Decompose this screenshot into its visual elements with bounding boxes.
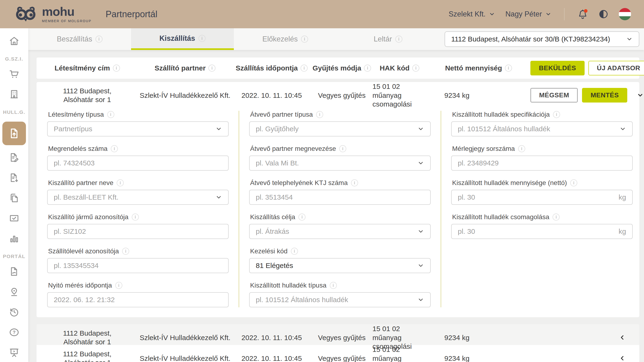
expand-chevron-icon[interactable] [619, 355, 626, 362]
expanded-row-card: 1112 Budapest,Alsóhatár sor 1 Szlekt-ÍV … [36, 82, 639, 317]
info-icon[interactable]: i [117, 179, 124, 186]
sidebar-item-tutorial[interactable] [9, 347, 20, 358]
sidebar-item-help[interactable]: ? [8, 327, 20, 338]
info-icon[interactable]: i [316, 111, 323, 118]
kiszallitott-hulladek-csomagolasa-input[interactable] [458, 228, 618, 236]
home-icon [9, 36, 20, 46]
field-label: Kiszállított hulladék specifikációjai [452, 111, 633, 118]
kezelesi-kod-select[interactable]: 81 Elégetés [249, 258, 431, 273]
contrast-icon [598, 9, 608, 19]
unit-suffix: kg [618, 193, 626, 201]
info-icon[interactable]: i [518, 145, 525, 152]
info-icon[interactable]: i [298, 214, 306, 220]
info-icon[interactable]: i [330, 282, 337, 289]
info-icon[interactable]: i [208, 64, 216, 72]
main-content: Beszállítás i Kiszállítás i Előkezelés i… [28, 28, 644, 362]
submit-button[interactable]: BEKÜLDÉS [530, 61, 584, 76]
tab-kiszallitas[interactable]: Kiszállítás i [131, 28, 234, 50]
info-icon[interactable]: i [553, 111, 560, 118]
info-icon[interactable]: i [198, 35, 206, 42]
info-icon[interactable]: i [122, 248, 129, 255]
building-icon [9, 89, 20, 100]
sidebar-item-sites[interactable] [9, 286, 20, 298]
save-button[interactable]: MENTÉS [582, 88, 627, 102]
notifications-button[interactable] [577, 9, 588, 20]
form-column-divider [238, 111, 239, 307]
tab-beszallitas[interactable]: Beszállítás i [28, 28, 131, 50]
sidebar-item-history[interactable] [9, 306, 20, 318]
info-icon[interactable]: i [351, 179, 358, 186]
tab-leltar[interactable]: Leltár i [336, 28, 440, 50]
mohu-logo[interactable]: mohu MEMBER OF MOLGROUP [14, 6, 92, 23]
company-picker[interactable]: Szelekt Kft. [448, 10, 495, 18]
atvevo-partner-megnevezese-select[interactable]: pl. Vala Mi Bt. [249, 156, 431, 171]
sidebar-item-home[interactable] [9, 35, 20, 47]
atvevo-partner-tipusa-select[interactable]: pl. Gyűjtőhely [249, 121, 431, 136]
sidebar-item-facilities[interactable] [9, 88, 20, 100]
cell-hak-code: 15 01 02 műanyagcsomagolási [372, 82, 427, 109]
kiszallito-jarmu-azonositoja-input[interactable] [54, 228, 222, 236]
site-selector-dropdown[interactable]: 1112 Budapest, Alsóhatár sor 30/B (KTJ98… [444, 31, 639, 47]
field-label: Kiszállított hulladék típusai [250, 282, 431, 289]
nyito-meres-idopontja-input[interactable] [54, 296, 222, 304]
info-icon[interactable]: i [107, 111, 114, 118]
info-icon[interactable]: i [301, 36, 308, 43]
field-label: Létesítmény típusai [48, 111, 229, 118]
chevron-down-icon [418, 228, 424, 235]
info-icon[interactable]: i [300, 64, 308, 72]
column-header-gyujtes-modja: Gyűjtés módjai [311, 64, 372, 72]
kiszallito-partner-neve-select[interactable]: pl. Beszáll-LEET Kft. [47, 190, 229, 205]
info-icon[interactable]: i [339, 145, 346, 152]
sidebar-item-copies[interactable] [9, 192, 20, 204]
info-icon[interactable]: i [113, 64, 120, 72]
collapse-chevron-icon[interactable] [636, 91, 644, 99]
chevron-down-icon [620, 126, 626, 132]
info-icon[interactable]: i [505, 64, 512, 72]
table-row[interactable]: 1112 Budapest,Alsóhatár sor 1 Szlekt-ÍV … [36, 324, 639, 345]
info-icon[interactable]: i [111, 145, 118, 152]
cell-hak-code: 15 01 02 műanyagcsomagolási [372, 345, 427, 362]
info-icon[interactable]: i [412, 64, 419, 72]
chevron-down-icon [216, 194, 222, 200]
tab-elokezeles[interactable]: Előkezelés i [234, 28, 336, 50]
unit-suffix: kg [618, 228, 626, 236]
megrendeles-szama-input[interactable] [54, 159, 222, 167]
info-icon[interactable]: i [115, 282, 122, 289]
info-icon[interactable]: i [364, 64, 371, 72]
info-icon[interactable]: i [132, 214, 139, 220]
user-menu[interactable]: Nagy Péter [506, 10, 551, 18]
site-selector-value: 1112 Budapest, Alsóhatár sor 30/B (KTJ98… [451, 35, 610, 43]
expand-chevron-icon[interactable] [619, 334, 626, 341]
info-icon[interactable]: i [570, 179, 577, 186]
letesitmeny-tipusa-select[interactable]: Partnertípus [47, 121, 229, 136]
new-row-button[interactable]: ÚJ ADATSOR [588, 61, 644, 76]
language-flag-hungary[interactable] [619, 8, 631, 20]
info-icon[interactable]: i [291, 248, 298, 255]
page-title: Partnerportál [106, 9, 158, 19]
table-row-expanded[interactable]: 1112 Budapest,Alsóhatár sor 1 Szlekt-ÍV … [36, 82, 639, 108]
kiszallitas-celja-select[interactable]: pl. Átrakás [249, 224, 431, 239]
sidebar-item-waste-edit[interactable] [9, 152, 20, 163]
form-column-divider [440, 111, 441, 307]
sidebar-item-documents[interactable] [9, 266, 20, 277]
merlegjegy-sorszama-input[interactable] [458, 159, 626, 167]
cell-net-quantity: 9234 kg [427, 333, 530, 342]
kiszallitott-hulladek-tipusa-select[interactable]: pl. 101512 Általános hulladék [249, 292, 431, 307]
kiszallitott-hulladek-mennyisege-input[interactable] [458, 193, 618, 201]
contrast-toggle[interactable] [598, 9, 608, 19]
sidebar-item-waste-download[interactable] [9, 172, 20, 183]
kiszallitott-hulladek-specifikacioja-select[interactable]: pl. 101512 Általános hulladék [451, 121, 633, 136]
table-row[interactable]: 1112 Budapest,Alsóhatár sor 1 Szlekt-ÍV … [36, 345, 639, 362]
module-tabbar: Beszállítás i Kiszállítás i Előkezelés i… [28, 28, 644, 50]
atvevo-telephely-ktj-input[interactable] [256, 193, 424, 201]
cancel-button[interactable]: MÉGSEM [530, 88, 578, 102]
sidebar-item-approvals[interactable] [9, 212, 20, 224]
info-icon[interactable]: i [552, 214, 560, 220]
megrendeles-szama-field [47, 156, 229, 171]
sidebar-item-orders[interactable] [9, 68, 20, 80]
szallitolevel-azonositoja-input[interactable] [54, 262, 222, 270]
info-icon[interactable]: i [395, 36, 402, 43]
sidebar-item-waste-upload-active[interactable] [2, 122, 26, 145]
info-icon[interactable]: i [96, 36, 102, 43]
sidebar-item-reports[interactable] [9, 233, 20, 244]
